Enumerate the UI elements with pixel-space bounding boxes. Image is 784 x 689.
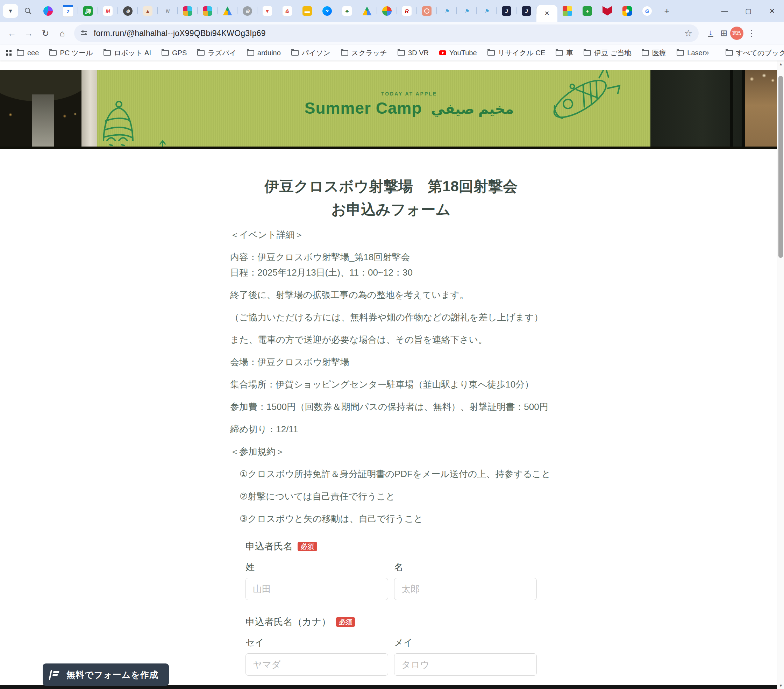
new-tab-button[interactable]: + <box>659 3 675 18</box>
all-bookmarks[interactable]: すべてのブックマーク <box>726 48 784 58</box>
bookmark-folder-gps[interactable]: GPS <box>161 49 187 57</box>
pinned-tab-butterfly[interactable] <box>38 0 58 22</box>
scrollbar-up-arrow[interactable]: ▲ <box>777 61 784 68</box>
maximize-button[interactable]: ▢ <box>736 0 760 22</box>
bookmark-folder-recycle-ce[interactable]: リサイクル CE <box>488 48 545 58</box>
pinned-tab-rakuten[interactable]: R <box>397 0 417 22</box>
folder-icon <box>247 50 254 56</box>
forward-icon[interactable]: → <box>20 25 37 41</box>
folder-icon <box>677 50 684 56</box>
paragraph: ＜イベント詳細＞ <box>230 229 552 241</box>
bookmark-label: PC ツール <box>60 48 93 58</box>
bookmark-label: 伊豆 ご当地 <box>594 48 631 58</box>
bookmark-folder-3d-vr[interactable]: 3D VR <box>398 49 429 57</box>
folder-icon <box>17 50 24 56</box>
gmail-icon: M <box>103 6 113 16</box>
site-settings-icon[interactable] <box>81 29 89 38</box>
profile-avatar[interactable]: 完己 <box>730 26 743 40</box>
bookmark-folder-car[interactable]: 車 <box>556 48 573 58</box>
pinned-tab-dark-globe[interactable]: ⊕ <box>118 0 138 22</box>
pinned-tab-tree[interactable]: ♣ <box>337 0 357 22</box>
bookmark-folder-laser[interactable]: Laser <box>677 49 705 57</box>
green-kanji-icon: 調 <box>83 6 93 16</box>
pinned-tab-drive-1[interactable] <box>217 0 237 22</box>
bookmark-folder-izu-gotochi[interactable]: 伊豆 ご当地 <box>584 48 631 58</box>
pinned-tab-yellow-square[interactable]: ▬ <box>297 0 317 22</box>
last-name-kana-input[interactable] <box>245 653 388 676</box>
bookmark-folder-eee[interactable]: eee <box>17 49 39 57</box>
youtube-icon <box>439 50 446 55</box>
pinned-tab-green-cross[interactable]: + <box>577 0 597 22</box>
pinned-tab-green-kanji[interactable]: 調 <box>78 0 98 22</box>
reload-icon[interactable]: ↻ <box>37 25 54 41</box>
last-name-input[interactable] <box>245 578 388 600</box>
address-bar[interactable]: form.run/@halhalhal--joX99QBbi94KWOg3Ip6… <box>74 25 699 42</box>
extensions-icon[interactable]: ⊞ <box>720 28 727 38</box>
bookmark-youtube[interactable]: YouTube <box>439 49 477 57</box>
paragraph: ＜参加規約＞ <box>230 445 552 457</box>
create-form-button[interactable]: 無料でフォームを作成 <box>43 663 169 686</box>
browser-menu-icon[interactable]: ⋮ <box>746 28 757 38</box>
pinned-tab-j-2[interactable]: J <box>517 0 537 22</box>
j-letter-icon: J <box>522 6 531 16</box>
pinned-tab-search[interactable] <box>18 0 38 22</box>
banner-right-glass <box>651 70 745 149</box>
pinned-tab-notion[interactable]: N <box>158 0 178 22</box>
pinned-tab-gray-globe[interactable]: ⊕ <box>237 0 257 22</box>
bookmark-folder-python[interactable]: パイソン <box>291 48 331 58</box>
tab-list-chevron-icon[interactable]: ▾ <box>3 4 18 18</box>
minimize-button[interactable]: — <box>713 0 736 22</box>
bookmark-folder-medical[interactable]: 医療 <box>642 48 666 58</box>
bookmark-star-icon[interactable]: ☆ <box>684 28 692 39</box>
pinned-tab-calendar[interactable]: 2 <box>58 0 78 22</box>
close-button[interactable]: ✕ <box>760 0 784 22</box>
pinned-tab-photos[interactable] <box>377 0 397 22</box>
bookmark-label: 車 <box>566 48 573 58</box>
folder-icon <box>341 50 348 56</box>
pinned-tab-j-1[interactable]: J <box>497 0 517 22</box>
pinned-tabs-right: + G <box>557 0 657 22</box>
pinned-tab-gmail[interactable]: M <box>98 0 118 22</box>
tab-close-icon[interactable]: ✕ <box>544 10 549 17</box>
paragraph: ①クロスボウ所持免許＆身分証明書のPDFをメール送付の上、持参すること <box>230 468 552 480</box>
pinned-tabs: 2 調 M ⊕ ▲ N <box>18 0 537 22</box>
pinned-tab-slack-1[interactable] <box>178 0 198 22</box>
required-badge: 必須 <box>336 617 355 627</box>
pinned-tab-formrun-flag-2[interactable]: ⚑ <box>457 0 477 22</box>
scrollbar[interactable]: ▲ ▼ <box>777 61 784 689</box>
bookmark-folder-arduino[interactable]: arduino <box>247 49 281 57</box>
first-name-kana-input[interactable] <box>394 653 537 676</box>
url-text[interactable]: form.run/@halhalhal--joX99QBbi94KWOg3Ip6… <box>94 29 266 38</box>
pinned-tab-mcafee[interactable] <box>597 0 617 22</box>
pinned-tab-flame[interactable]: & <box>277 0 297 22</box>
pinned-tab-messenger[interactable] <box>317 0 337 22</box>
bookmark-label: arduino <box>257 49 281 57</box>
paragraph: ②射撃については自己責任で行うこと <box>230 490 552 502</box>
pinned-tab-google[interactable]: G <box>637 0 657 22</box>
bookmarks-overflow-chevron[interactable]: » <box>705 48 709 58</box>
scrollbar-down-arrow[interactable]: ▼ <box>777 682 784 689</box>
pinned-tab-lighthouse[interactable]: ▲ <box>138 0 158 22</box>
bookmark-folder-raspi[interactable]: ラズパイ <box>197 48 236 58</box>
home-icon[interactable]: ⌂ <box>54 25 71 41</box>
pinned-tab-formrun-flag-1[interactable]: ⚑ <box>437 0 457 22</box>
pinned-tab-tinkercad[interactable] <box>557 0 577 22</box>
bookmark-folder-robot-ai[interactable]: ロボット AI <box>104 48 151 58</box>
pinned-tab-salmon[interactable] <box>417 0 437 22</box>
paragraph: 締め切り：12/11 <box>230 423 552 435</box>
back-icon[interactable]: ← <box>3 25 20 41</box>
pinned-tab-drive-2[interactable] <box>357 0 377 22</box>
folder-icon <box>161 50 169 56</box>
active-tab[interactable]: ✕ <box>537 5 557 22</box>
scrollbar-thumb[interactable] <box>778 76 783 258</box>
pinned-tab-meet[interactable] <box>617 0 637 22</box>
bookmark-folder-scratch[interactable]: スクラッチ <box>341 48 387 58</box>
pinned-tab-red-v[interactable]: ▼ <box>257 0 277 22</box>
download-arrow: ↓ <box>709 30 713 36</box>
first-name-input[interactable] <box>394 578 537 600</box>
pinned-tab-slack-2[interactable] <box>198 0 217 22</box>
pinned-tab-formrun-flag-3[interactable]: ⚑ <box>477 0 497 22</box>
bookmark-folder-pc-tools[interactable]: PC ツール <box>49 48 93 58</box>
download-icon[interactable]: ↓ <box>703 26 718 40</box>
first-name-kana-label: メイ <box>394 636 537 649</box>
